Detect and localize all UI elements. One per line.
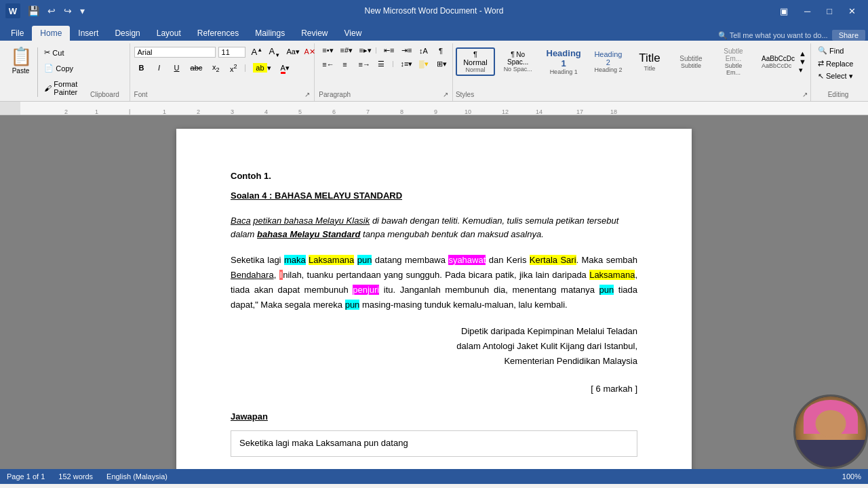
change-case-button[interactable]: Aa▾ [283, 46, 298, 58]
font-row1: A▲ A▼ Aa▾ A✕ [134, 45, 311, 60]
word-count: 152 words [58, 472, 93, 481]
increase-indent-button[interactable]: ⇥≡ [398, 45, 413, 56]
copy-icon: 📄 [44, 64, 54, 73]
redo-button[interactable]: ↪ [60, 4, 75, 18]
numbering-button[interactable]: ≡#▾ [337, 45, 353, 56]
select-icon: ↖ [818, 72, 824, 81]
para-row1: ≡•▾ ≡#▾ ≡▸▾ ⇤≡ ⇥≡ ↕A ¶ [319, 45, 448, 56]
copy-button[interactable]: 📄 Copy [41, 62, 80, 74]
bullets-button[interactable]: ≡•▾ [319, 45, 334, 56]
styles-scroll-down[interactable]: ▼ [799, 58, 806, 66]
document-area: Contoh 1. Soalan 4 : BAHASA MELAYU STAND… [0, 115, 868, 469]
tab-mailings[interactable]: Mailings [247, 26, 293, 41]
scissors-icon: ✂ [44, 48, 50, 57]
style-heading1[interactable]: Heading 1 Heading 1 [540, 45, 587, 78]
format-painter-icon: 🖌 [44, 84, 52, 92]
decrease-indent-button[interactable]: ⇤≡ [380, 45, 395, 56]
style-title[interactable]: Title Title [630, 49, 669, 75]
font-name-select[interactable] [134, 47, 216, 58]
maximize-button[interactable]: □ [820, 3, 839, 19]
justify-button[interactable]: ☰ [374, 58, 389, 70]
search-bar[interactable]: 🔍 Tell me what you want to do... [718, 31, 828, 40]
paragraph-label: Paragraph [319, 91, 351, 98]
tab-references[interactable]: References [189, 26, 247, 41]
title-bar-controls: ▣ ─ □ ✕ [773, 3, 863, 19]
format-painter-button[interactable]: 🖌 Format Painter [41, 79, 80, 98]
app-title: New Microsoft Word Document - Word [365, 6, 504, 16]
underline-button[interactable]: U [170, 62, 184, 73]
align-center-button[interactable]: ≡ [338, 59, 353, 70]
style-heading2[interactable]: Heading 2 Heading 2 [589, 47, 628, 76]
style-subtle-emphasis[interactable]: Subtle Em... Subtle Em... [713, 45, 754, 79]
doc-title: Contoh 1. [231, 169, 637, 184]
tab-design[interactable]: Design [106, 26, 148, 41]
style-no-spacing[interactable]: ¶ No Spac... No Spac... [497, 48, 538, 75]
tab-layout[interactable]: Layout [149, 26, 189, 41]
language-status[interactable]: English (Malaysia) [106, 472, 167, 481]
document-content: Contoh 1. Soalan 4 : BAHASA MELAYU STAND… [231, 169, 637, 457]
increase-font-button[interactable]: A▲ [248, 45, 263, 58]
font-color-button[interactable]: A▾ [277, 62, 293, 74]
customize-button[interactable]: ▾ [77, 4, 88, 18]
clipboard-label: Clipboard [83, 91, 126, 100]
quick-access-toolbar: 💾 ↩ ↪ ▾ [24, 4, 88, 18]
tab-file[interactable]: File [3, 26, 32, 41]
para-sep2 [393, 61, 393, 67]
replace-icon: ⇄ [818, 59, 824, 68]
close-button[interactable]: ✕ [842, 3, 863, 19]
tab-home[interactable]: Home [32, 26, 70, 41]
tab-view[interactable]: View [336, 26, 370, 41]
share-button[interactable]: Share [832, 30, 865, 41]
cut-button[interactable]: ✂ Cut [41, 47, 80, 58]
paste-button[interactable]: 📋 Paste [5, 45, 36, 100]
styles-more-button[interactable]: ▾ [799, 66, 806, 75]
answer-box[interactable]: Seketika lagi maka Laksamana pun datang [231, 430, 637, 457]
style-more[interactable]: AaBbCcDc AaBbCcDc [756, 52, 795, 72]
superscript-button[interactable]: x2 [226, 62, 241, 75]
paragraph-dialog-button[interactable]: ↗ [443, 91, 448, 98]
font-label: Font [134, 91, 148, 98]
replace-button[interactable]: ⇄ Replace [815, 58, 861, 69]
font-size-select[interactable] [218, 47, 245, 58]
styles-dialog-button[interactable]: ↗ [802, 91, 808, 98]
minimize-button[interactable]: ─ [797, 3, 817, 19]
find-button[interactable]: 🔍 Find [815, 45, 861, 56]
tab-review[interactable]: Review [293, 26, 336, 41]
select-button[interactable]: ↖ Select ▾ [815, 70, 861, 82]
font-dialog-button[interactable]: ↗ [304, 91, 310, 98]
font-sep [245, 64, 245, 72]
document-page: Contoh 1. Soalan 4 : BAHASA MELAYU STAND… [176, 129, 692, 469]
borders-button[interactable]: ⊞▾ [433, 58, 448, 70]
save-button[interactable]: 💾 [24, 4, 43, 18]
shading-button[interactable]: ▒▾ [416, 58, 431, 70]
zoom-level: 100% [842, 472, 861, 481]
styles-group: ¶ Normal Normal ¶ No Spac... No Spac... … [453, 43, 811, 101]
styles-label: Styles [456, 91, 474, 98]
para-row2: ≡← ≡ ≡→ ☰ ↕≡▾ ▒▾ ⊞▾ [319, 58, 448, 70]
strikethrough-button[interactable]: abc [187, 62, 206, 73]
webcam-face [816, 410, 846, 437]
clipboard-right: ✂ Cut 📄 Copy 🖌 Format Painter [39, 45, 83, 100]
sort-button[interactable]: ↕A [416, 45, 431, 56]
text-highlight-button[interactable]: ab▾ [250, 62, 274, 74]
style-normal[interactable]: ¶ Normal Normal [456, 47, 495, 76]
align-left-button[interactable]: ≡← [319, 59, 334, 70]
bold-button[interactable]: B [134, 62, 149, 73]
decrease-font-button[interactable]: A▼ [266, 45, 281, 60]
italic-button[interactable]: I [152, 62, 167, 73]
clear-formatting-button[interactable]: A✕ [301, 46, 316, 58]
status-right: 100% [842, 472, 861, 481]
align-right-button[interactable]: ≡→ [355, 59, 371, 70]
styles-content: ¶ Normal Normal ¶ No Spac... No Spac... … [456, 45, 808, 79]
ribbon-display-button[interactable]: ▣ [773, 3, 795, 19]
multilevel-button[interactable]: ≡▸▾ [355, 45, 372, 56]
line-spacing-button[interactable]: ↕≡▾ [397, 58, 413, 70]
style-subtitle[interactable]: Subtitle Subtitle [671, 52, 711, 72]
tab-insert[interactable]: Insert [70, 26, 106, 41]
ribbon: 📋 Paste ✂ Cut 📄 Copy 🖌 Format Painter Cl… [0, 41, 868, 102]
para-sep1 [376, 47, 376, 54]
subscript-button[interactable]: x2 [208, 62, 223, 75]
styles-scroll-up[interactable]: ▲ [799, 49, 806, 58]
undo-button[interactable]: ↩ [44, 4, 59, 18]
show-marks-button[interactable]: ¶ [433, 45, 448, 56]
